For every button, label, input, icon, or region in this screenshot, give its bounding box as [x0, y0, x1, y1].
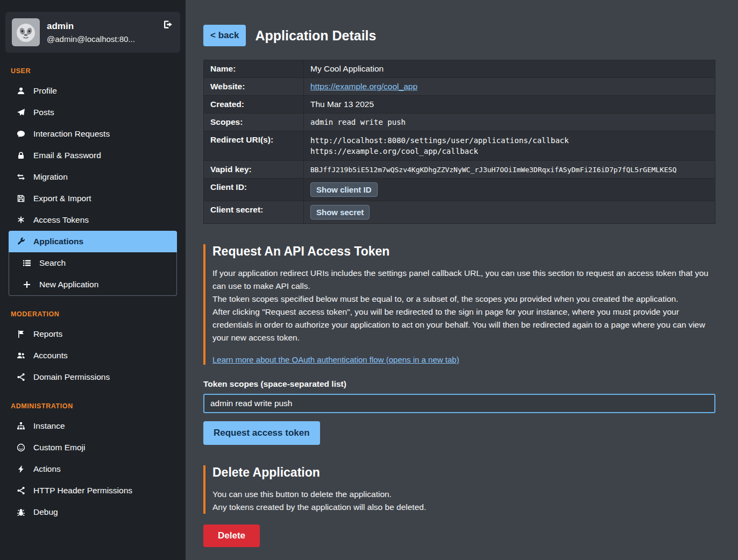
user-handle: @admin@localhost:80...: [47, 34, 135, 44]
sidebar-item-custom-emoji[interactable]: Custom Emoji: [9, 437, 177, 458]
detail-value: Show secret: [304, 201, 715, 224]
sidebar-item-export-import[interactable]: Export & Import: [9, 188, 177, 209]
request-token-paragraph: After clicking "Request access token", y…: [212, 306, 715, 344]
user-name: admin: [47, 21, 135, 32]
sidebar-item-applications[interactable]: Applications: [9, 231, 177, 252]
table-row-created: Created: Thu Mar 13 2025: [204, 96, 715, 114]
sidebar-item-label: Accounts: [33, 351, 68, 360]
vapid-key-value: BBJffJ219b5iE512m7wQSzv4KgKDhgZZVzNyWC_r…: [310, 166, 677, 174]
applications-submenu: Search New Application: [9, 252, 177, 296]
sidebar-item-label: Actions: [33, 464, 61, 474]
table-row-redirect-uris: Redirect URI(s): http://localhost:8080/s…: [204, 131, 715, 161]
table-row-name: Name: My Cool Application: [204, 60, 715, 78]
table-row-client-secret: Client secret: Show secret: [204, 201, 715, 224]
sidebar-item-migration[interactable]: Migration: [9, 166, 177, 188]
sidebar-item-http-header-permissions[interactable]: HTTP Header Permissions: [9, 480, 177, 501]
request-access-token-button[interactable]: Request access token: [203, 421, 320, 445]
sidebar: admin @admin@localhost:80... USER Profil…: [0, 0, 186, 560]
sidebar-item-accounts[interactable]: Accounts: [9, 345, 177, 366]
sidebar-item-applications-search[interactable]: Search: [9, 252, 176, 274]
sidebar-item-profile[interactable]: Profile: [9, 80, 177, 102]
show-secret-button[interactable]: Show secret: [310, 205, 370, 219]
scopes-value: admin read write push: [310, 118, 406, 126]
floppy-disk-icon: [16, 194, 26, 203]
detail-value: https://example.org/cool_app: [304, 78, 715, 96]
table-row-vapid-key: Vapid key: BBJffJ219b5iE512m7wQSzv4KgKDh…: [204, 161, 715, 179]
sidebar-item-instance[interactable]: Instance: [9, 415, 177, 437]
delete-button[interactable]: Delete: [203, 524, 260, 547]
lock-icon: [16, 151, 26, 160]
sidebar-item-actions[interactable]: Actions: [9, 458, 177, 480]
sidebar-nav: USER Profile Posts Interaction Requests …: [5, 67, 180, 523]
request-token-title: Request An API Access Token: [212, 244, 715, 259]
bolt-icon: [16, 465, 26, 473]
sidebar-item-label: Search: [39, 258, 66, 268]
detail-label: Vapid key:: [204, 161, 304, 179]
request-token-section: Request An API Access Token If your appl…: [203, 244, 715, 365]
application-details-table: Name: My Cool Application Website: https…: [203, 60, 715, 224]
detail-value: Thu Mar 13 2025: [304, 96, 715, 114]
back-button[interactable]: < back: [203, 25, 246, 46]
sloth-avatar-image: [12, 18, 40, 46]
list-icon: [22, 259, 32, 267]
sidebar-item-access-tokens[interactable]: Access Tokens: [9, 209, 177, 231]
sidebar-item-interaction-requests[interactable]: Interaction Requests: [9, 123, 177, 145]
detail-value: admin read write push: [304, 114, 715, 131]
transfer-arrows-icon: [16, 173, 26, 181]
sitemap-icon: [16, 422, 26, 430]
show-client-id-button[interactable]: Show client ID: [310, 182, 378, 197]
request-token-paragraph: If your application redirect URIs includ…: [212, 267, 715, 293]
page-header: < back Application Details: [203, 25, 715, 46]
detail-label: Website:: [204, 78, 304, 96]
sidebar-item-new-application[interactable]: New Application: [9, 274, 176, 295]
oauth-docs-link[interactable]: Learn more about the OAuth authenticatio…: [212, 355, 459, 364]
sidebar-item-reports[interactable]: Reports: [9, 323, 177, 345]
smiley-icon: [16, 443, 26, 452]
token-scopes-input[interactable]: [203, 394, 715, 413]
detail-label: Scopes:: [204, 114, 304, 131]
delete-application-line: You can use this button to delete the ap…: [212, 488, 715, 501]
share-nodes-icon: [16, 373, 26, 381]
applications-group: Applications Search New Application: [5, 231, 180, 296]
sidebar-item-label: Custom Emoji: [33, 443, 85, 452]
user-icon: [16, 87, 26, 95]
sidebar-item-label: Profile: [33, 86, 57, 96]
sidebar-item-email-password[interactable]: Email & Password: [9, 145, 177, 166]
detail-label: Name:: [204, 60, 304, 78]
page-title: Application Details: [255, 28, 376, 44]
plus-icon: [22, 280, 32, 289]
website-link[interactable]: https://example.org/cool_app: [310, 82, 417, 91]
logout-button[interactable]: [161, 18, 174, 31]
detail-value: http://localhost:8080/settings/user/appl…: [304, 131, 715, 161]
user-meta: admin @admin@localhost:80...: [47, 21, 135, 44]
sidebar-item-label: Email & Password: [33, 151, 101, 160]
sidebar-item-label: HTTP Header Permissions: [33, 486, 132, 495]
sidebar-item-posts[interactable]: Posts: [9, 102, 177, 123]
sidebar-item-label: Posts: [33, 108, 54, 117]
main-content: < back Application Details Name: My Cool…: [186, 0, 738, 560]
comment-icon: [16, 130, 26, 138]
section-label-user: USER: [11, 67, 180, 75]
sidebar-item-label: Debug: [33, 507, 58, 517]
asterisk-icon: [16, 216, 26, 224]
users-icon: [16, 351, 26, 360]
avatar: [12, 18, 40, 46]
detail-label: Client ID:: [204, 179, 304, 201]
delete-application-title: Delete Application: [212, 465, 715, 480]
table-row-client-id: Client ID: Show client ID: [204, 179, 715, 201]
sidebar-item-label: Interaction Requests: [33, 129, 110, 139]
delete-application-section: Delete Application You can use this butt…: [203, 465, 715, 514]
user-card: admin @admin@localhost:80...: [5, 12, 180, 53]
sidebar-item-domain-permissions[interactable]: Domain Permissions: [9, 366, 177, 388]
sidebar-item-label: Applications: [33, 237, 83, 246]
paper-plane-icon: [16, 108, 26, 117]
token-scopes-label: Token scopes (space-separated list): [203, 379, 715, 389]
sidebar-item-label: New Application: [39, 280, 98, 289]
share-nodes-icon: [16, 486, 26, 495]
detail-label: Created:: [204, 96, 304, 114]
detail-label: Redirect URI(s):: [204, 131, 304, 161]
sidebar-item-debug[interactable]: Debug: [9, 501, 177, 523]
redirect-uri: http://localhost:8080/settings/user/appl…: [310, 135, 708, 146]
delete-application-line: Any tokens created by the application wi…: [212, 501, 715, 514]
bug-icon: [16, 508, 26, 516]
